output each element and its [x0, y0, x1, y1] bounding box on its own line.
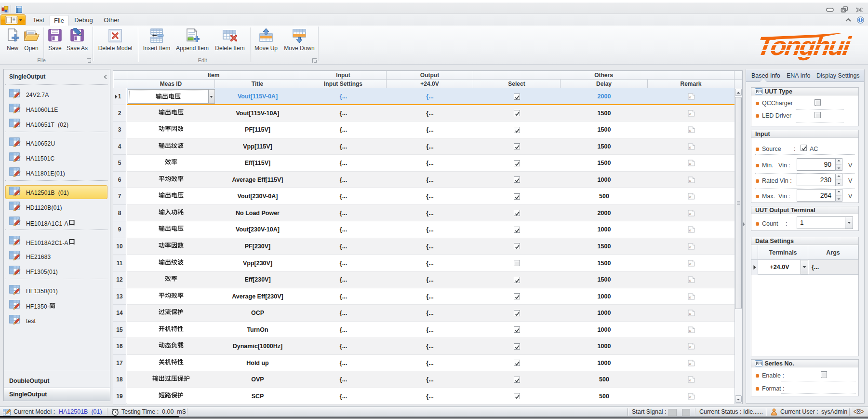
svg-text:a: a: [689, 378, 691, 382]
svg-text:a: a: [689, 111, 691, 116]
svg-text:a: a: [689, 161, 691, 166]
svg-text:a: a: [689, 177, 691, 182]
svg-text:a: a: [689, 311, 691, 316]
svg-text:a: a: [689, 95, 691, 99]
svg-text:a: a: [689, 144, 691, 149]
svg-text:a: a: [689, 278, 691, 283]
svg-text:a: a: [689, 244, 691, 249]
svg-text:a: a: [689, 228, 691, 232]
svg-text:a: a: [689, 394, 691, 399]
svg-text:a: a: [689, 211, 691, 216]
svg-text:a: a: [689, 344, 691, 349]
svg-text:a: a: [689, 327, 691, 332]
svg-text:a: a: [689, 361, 691, 365]
svg-text:a: a: [689, 294, 691, 299]
svg-text:a: a: [689, 261, 691, 266]
svg-text:a: a: [689, 128, 691, 133]
svg-text:a: a: [689, 194, 691, 199]
